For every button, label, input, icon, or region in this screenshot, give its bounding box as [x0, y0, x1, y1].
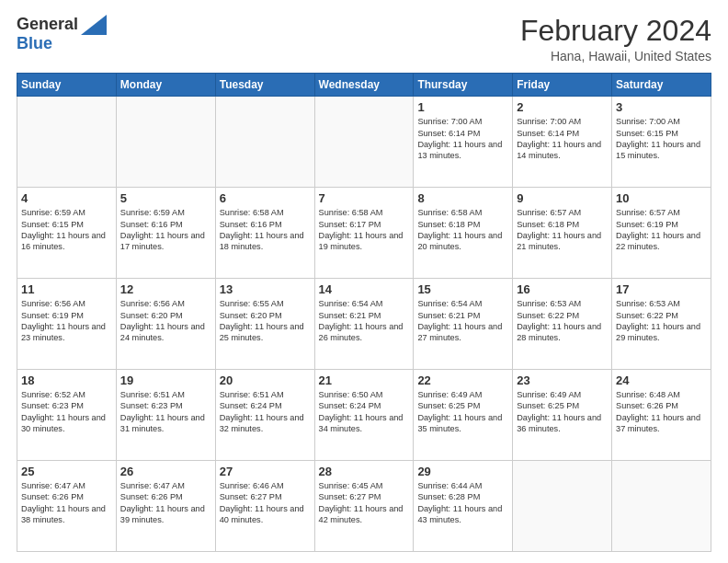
day-info: Sunrise: 6:57 AMSunset: 6:18 PMDaylight:… — [517, 207, 608, 253]
calendar-day-header: Monday — [116, 74, 215, 97]
day-info: Sunrise: 6:55 AMSunset: 6:20 PMDaylight:… — [220, 298, 311, 344]
calendar-cell: 7Sunrise: 6:58 AMSunset: 6:17 PMDaylight… — [314, 188, 414, 279]
day-number: 22 — [417, 373, 508, 387]
calendar-cell: 10Sunrise: 6:57 AMSunset: 6:19 PMDayligh… — [612, 188, 711, 279]
logo-blue-text: Blue — [17, 35, 52, 53]
day-info: Sunrise: 6:51 AMSunset: 6:23 PMDaylight:… — [120, 389, 211, 435]
calendar-cell: 18Sunrise: 6:52 AMSunset: 6:23 PMDayligh… — [17, 370, 117, 461]
calendar-day-header: Saturday — [612, 74, 711, 97]
calendar-cell: 15Sunrise: 6:54 AMSunset: 6:21 PMDayligh… — [414, 279, 513, 370]
day-number: 1 — [417, 100, 508, 114]
calendar-cell: 1Sunrise: 7:00 AMSunset: 6:14 PMDaylight… — [414, 97, 513, 188]
calendar-day-header: Tuesday — [215, 74, 314, 97]
day-info: Sunrise: 6:58 AMSunset: 6:18 PMDaylight:… — [417, 207, 508, 253]
logo-blue: Blue — [17, 35, 52, 53]
calendar-cell: 17Sunrise: 6:53 AMSunset: 6:22 PMDayligh… — [612, 279, 711, 370]
day-info: Sunrise: 6:54 AMSunset: 6:21 PMDaylight:… — [319, 298, 410, 344]
page: General Blue February 2024 Hana, Hawaii,… — [0, 0, 728, 563]
day-number: 5 — [120, 191, 211, 205]
day-number: 16 — [517, 282, 608, 296]
day-info: Sunrise: 6:59 AMSunset: 6:16 PMDaylight:… — [120, 207, 211, 253]
day-number: 8 — [417, 191, 508, 205]
day-info: Sunrise: 6:57 AMSunset: 6:19 PMDaylight:… — [616, 207, 707, 253]
calendar-cell: 21Sunrise: 6:50 AMSunset: 6:24 PMDayligh… — [314, 370, 414, 461]
day-number: 12 — [120, 282, 211, 296]
calendar-cell: 27Sunrise: 6:46 AMSunset: 6:27 PMDayligh… — [215, 461, 314, 552]
day-number: 28 — [319, 465, 410, 478]
day-number: 6 — [220, 191, 311, 205]
calendar-cell: 6Sunrise: 6:58 AMSunset: 6:16 PMDaylight… — [215, 188, 314, 279]
day-info: Sunrise: 7:00 AMSunset: 6:15 PMDaylight:… — [616, 116, 707, 162]
logo: General Blue — [17, 15, 107, 53]
calendar-day-header: Wednesday — [314, 74, 414, 97]
calendar-cell: 26Sunrise: 6:47 AMSunset: 6:26 PMDayligh… — [116, 461, 215, 552]
calendar-cell: 12Sunrise: 6:56 AMSunset: 6:20 PMDayligh… — [116, 279, 215, 370]
calendar-day-header: Thursday — [414, 74, 513, 97]
day-number: 26 — [120, 465, 211, 478]
day-info: Sunrise: 6:45 AMSunset: 6:27 PMDaylight:… — [319, 480, 410, 526]
day-number: 3 — [616, 100, 707, 114]
calendar-cell — [612, 461, 711, 552]
day-info: Sunrise: 6:52 AMSunset: 6:23 PMDaylight:… — [21, 389, 112, 435]
calendar-cell — [513, 461, 612, 552]
day-number: 7 — [319, 191, 410, 205]
calendar-cell — [17, 97, 117, 188]
day-number: 24 — [616, 373, 707, 387]
day-info: Sunrise: 6:58 AMSunset: 6:16 PMDaylight:… — [220, 207, 311, 253]
calendar-day-header: Friday — [513, 74, 612, 97]
calendar-cell — [116, 97, 215, 188]
header: General Blue February 2024 Hana, Hawaii,… — [17, 15, 711, 63]
calendar-cell: 25Sunrise: 6:47 AMSunset: 6:26 PMDayligh… — [17, 461, 117, 552]
day-number: 29 — [417, 465, 508, 478]
day-number: 13 — [220, 282, 311, 296]
day-number: 2 — [517, 100, 608, 114]
calendar-cell — [314, 97, 414, 188]
day-number: 23 — [517, 373, 608, 387]
day-number: 20 — [220, 373, 311, 387]
day-number: 10 — [616, 191, 707, 205]
day-info: Sunrise: 6:51 AMSunset: 6:24 PMDaylight:… — [220, 389, 311, 435]
day-info: Sunrise: 6:49 AMSunset: 6:25 PMDaylight:… — [417, 389, 508, 435]
calendar-week-row: 18Sunrise: 6:52 AMSunset: 6:23 PMDayligh… — [17, 370, 711, 461]
calendar-cell — [215, 97, 314, 188]
day-info: Sunrise: 6:53 AMSunset: 6:22 PMDaylight:… — [517, 298, 608, 344]
calendar-cell: 4Sunrise: 6:59 AMSunset: 6:15 PMDaylight… — [17, 188, 117, 279]
day-info: Sunrise: 6:46 AMSunset: 6:27 PMDaylight:… — [220, 480, 311, 526]
logo-text: General — [17, 15, 107, 35]
day-info: Sunrise: 6:47 AMSunset: 6:26 PMDaylight:… — [21, 480, 112, 526]
calendar-day-header: Sunday — [17, 74, 117, 97]
day-info: Sunrise: 6:56 AMSunset: 6:20 PMDaylight:… — [120, 298, 211, 344]
day-info: Sunrise: 7:00 AMSunset: 6:14 PMDaylight:… — [417, 116, 508, 162]
day-number: 27 — [220, 465, 311, 478]
day-number: 25 — [21, 465, 112, 478]
calendar-week-row: 11Sunrise: 6:56 AMSunset: 6:19 PMDayligh… — [17, 279, 711, 370]
day-number: 15 — [417, 282, 508, 296]
day-number: 9 — [517, 191, 608, 205]
day-info: Sunrise: 6:54 AMSunset: 6:21 PMDaylight:… — [417, 298, 508, 344]
calendar-cell: 29Sunrise: 6:44 AMSunset: 6:28 PMDayligh… — [414, 461, 513, 552]
day-number: 21 — [319, 373, 410, 387]
svg-marker-0 — [81, 15, 107, 35]
calendar-cell: 24Sunrise: 6:48 AMSunset: 6:26 PMDayligh… — [612, 370, 711, 461]
day-number: 4 — [21, 191, 112, 205]
calendar-cell: 13Sunrise: 6:55 AMSunset: 6:20 PMDayligh… — [215, 279, 314, 370]
calendar-cell: 2Sunrise: 7:00 AMSunset: 6:14 PMDaylight… — [513, 97, 612, 188]
calendar-cell: 8Sunrise: 6:58 AMSunset: 6:18 PMDaylight… — [414, 188, 513, 279]
title-block: February 2024 Hana, Hawaii, United State… — [520, 15, 711, 63]
calendar-cell: 28Sunrise: 6:45 AMSunset: 6:27 PMDayligh… — [314, 461, 414, 552]
calendar-cell: 23Sunrise: 6:49 AMSunset: 6:25 PMDayligh… — [513, 370, 612, 461]
calendar-cell: 20Sunrise: 6:51 AMSunset: 6:24 PMDayligh… — [215, 370, 314, 461]
day-info: Sunrise: 6:44 AMSunset: 6:28 PMDaylight:… — [417, 480, 508, 526]
day-info: Sunrise: 6:59 AMSunset: 6:15 PMDaylight:… — [21, 207, 112, 253]
calendar-header-row: SundayMondayTuesdayWednesdayThursdayFrid… — [17, 74, 711, 97]
calendar-week-row: 25Sunrise: 6:47 AMSunset: 6:26 PMDayligh… — [17, 461, 711, 552]
day-number: 18 — [21, 373, 112, 387]
subtitle: Hana, Hawaii, United States — [520, 49, 711, 63]
day-info: Sunrise: 6:47 AMSunset: 6:26 PMDaylight:… — [120, 480, 211, 526]
day-info: Sunrise: 6:48 AMSunset: 6:26 PMDaylight:… — [616, 389, 707, 435]
logo-general: General — [17, 16, 78, 34]
day-info: Sunrise: 6:56 AMSunset: 6:19 PMDaylight:… — [21, 298, 112, 344]
day-info: Sunrise: 6:58 AMSunset: 6:17 PMDaylight:… — [319, 207, 410, 253]
calendar-cell: 22Sunrise: 6:49 AMSunset: 6:25 PMDayligh… — [414, 370, 513, 461]
day-number: 14 — [319, 282, 410, 296]
